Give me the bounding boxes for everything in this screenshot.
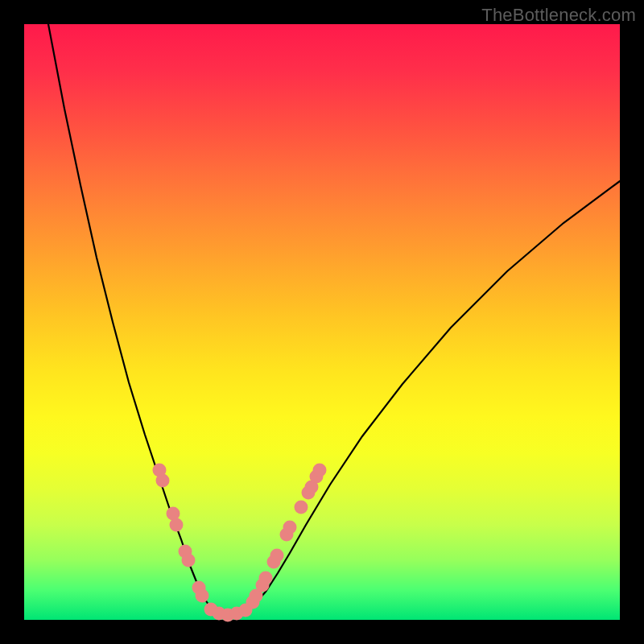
curve-dots-group [153,464,327,622]
curve-dot [295,501,308,514]
curve-dot [283,521,297,535]
curve-dot [170,518,184,532]
curve-dot [270,549,284,563]
curve-dot [259,572,273,585]
chart-frame: TheBottleneck.com [0,0,644,644]
bottleneck-curve [24,24,620,620]
curve-dot [196,589,209,603]
watermark-text: TheBottleneck.com [481,5,636,26]
plot-area [24,24,620,620]
curve-line [48,24,620,615]
curve-dot [313,464,327,477]
curve-dot [156,474,170,488]
curve-dot [182,554,196,568]
